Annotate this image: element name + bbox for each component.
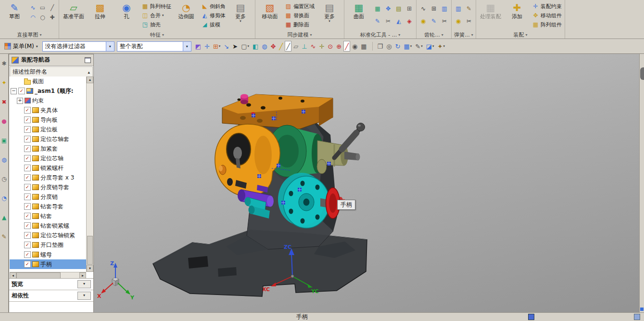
scissors-tool-icon[interactable]: ✂ [383,15,393,27]
expander-icon[interactable]: − [11,88,17,94]
checkbox-icon[interactable]: ✓ [24,107,31,114]
history-icon[interactable]: ◷ [1,173,6,185]
tree-item[interactable]: ✓定位芯轴锁紧 [10,231,86,240]
graphics-window[interactable]: ZC XC YC Z X Y 手柄 [94,54,640,313]
panel-float-button[interactable] [85,57,91,63]
circle-icon[interactable]: ⊙ [326,41,334,51]
checkbox-icon[interactable]: ✓ [24,155,31,162]
marquee-select-icon[interactable]: ▢▾ [240,41,251,51]
refresh-view-icon[interactable]: ↻ [394,41,402,51]
roles-icon[interactable]: ✎ [1,231,6,243]
view-orient-cube-icon[interactable]: ◩ [194,41,202,51]
command-finder-icon[interactable]: ✦▾ [436,41,446,51]
tree-item[interactable]: ✓分度导套 x 3 [10,173,86,182]
tree-item[interactable]: ✓定位芯轴套 [10,134,86,144]
spring-books-icon[interactable]: ▥ [454,3,463,14]
checkbox-icon[interactable]: ✓ [24,251,31,258]
capture-window-icon[interactable]: ❐ [376,41,385,51]
checkbox-icon[interactable]: ✓ [24,136,31,142]
move-face-button[interactable]: ▧移动面 [257,0,282,31]
add-component-button[interactable]: ✚添加 [505,0,530,31]
studio-spline-icon[interactable]: ∿ [309,41,317,51]
tree-item[interactable]: ✓手柄 [10,259,86,269]
ribbon-group-label-assemblies[interactable]: 装配 [478,31,563,39]
profile-curve-icon[interactable]: ∿ [28,3,38,12]
status-corner-icon[interactable] [634,314,640,320]
tree-item[interactable]: ✓钻套导套 [10,202,86,211]
vertical-scroll-thumb[interactable] [87,236,93,265]
tree-item[interactable]: ✓开口垫圈 [10,240,86,250]
shell-button[interactable]: ◳抽壳 [140,20,172,29]
display-cube-icon[interactable]: ◪▾ [425,41,436,51]
tree-item[interactable]: ✓分度销导套 [10,182,86,192]
manager-icon[interactable]: ▲ [2,212,6,223]
edge-blend-button[interactable]: ◔边倒圆 [174,0,199,31]
menu-button[interactable]: 菜单(M) [2,41,40,51]
layers-tool-icon[interactable]: ▤ [394,3,404,14]
checkbox-icon[interactable]: ✓ [24,213,31,219]
status-indicator-icon[interactable] [528,314,534,320]
ribbon-group-label-feature[interactable]: 特征 [61,31,253,39]
shaded-sphere-icon[interactable]: ◍ [260,41,268,51]
analysis-tool-icon[interactable]: ◭ [394,15,404,27]
hd3d-tools-icon[interactable]: ▣ [1,135,7,146]
tree-item[interactable]: ✓螺母 [10,250,86,259]
gear-curve-icon[interactable]: ∿ [418,3,428,14]
line-icon[interactable]: ╱ [343,41,350,51]
checkbox-icon[interactable]: ✓ [24,242,31,248]
checkbox-icon[interactable]: ✓ [24,126,31,133]
edge-highlight-icon[interactable]: ╱ [285,41,291,51]
select-cursor-icon[interactable]: ➤ [231,41,239,51]
move-component-tool-icon[interactable]: ✥ [269,41,278,51]
zoom-window-icon[interactable]: ◎ [385,41,393,51]
tree-horizontal-scrollbar[interactable]: ◂ ▸ [10,272,86,279]
ribbon-group-label-gear[interactable]: 齿轮... [418,31,449,39]
zoom-check-icon[interactable]: ◉ [351,41,359,51]
ribbon-group-label-spring[interactable]: 弹簧... [454,31,474,39]
window-layout-icon[interactable]: ▦▾ [403,41,414,51]
scroll-up-icon[interactable]: ▴ [87,77,93,83]
rectangle-tool-icon[interactable]: ▭ [38,3,47,12]
panel-grab-icon[interactable] [640,67,644,80]
ribbon-group-label-standard-tools[interactable]: 标准化工具 - ... [346,31,414,39]
move-tool-icon[interactable]: ✥ [383,3,393,14]
gear-trim-icon[interactable]: ✂ [440,15,449,27]
shaded-cube-icon[interactable]: ◧ [251,41,260,51]
tree-vertical-scrollbar[interactable]: ▴ ▾ [86,77,93,272]
checkbox-icon[interactable]: ✓ [24,165,31,171]
model-sleeve[interactable] [317,141,360,174]
surface-tool-icon[interactable]: ▦ [373,3,382,14]
tree-item[interactable]: ✓分度销 [10,192,86,202]
pattern-component-button[interactable]: ▦阵列组件 [531,20,563,29]
table-tool-icon[interactable]: ⊞ [404,3,414,14]
crosshair-icon[interactable]: ⊕ [335,41,343,51]
constraint-filter-icon[interactable]: ✦ [1,77,6,89]
hole-button[interactable]: ◉孔 [114,0,139,31]
work-layer-icon[interactable]: ⊞▾ [212,41,222,51]
tree-item[interactable]: ✓锁紧螺杆 [10,163,86,173]
navigator-column-header[interactable]: 描述性部件名 [10,66,93,77]
arc-tool-icon[interactable]: ◠ [28,13,38,22]
section-dependencies[interactable]: 相依性▾ [9,290,93,302]
gear-icon[interactable]: ✱ [1,58,6,69]
sketch-button[interactable]: ✎草图 [2,0,27,31]
tree-item[interactable]: +约束 [10,96,86,105]
move-component-button[interactable]: ✥移动组件 [531,11,563,20]
tree-item[interactable]: ✓定位板 [10,125,86,134]
delete-face-button[interactable]: ▦删除面 [284,20,316,29]
checkbox-icon[interactable]: ✓ [24,261,31,268]
selection-scope-dropdown[interactable]: 整个装配 [117,41,191,51]
checkbox-icon[interactable]: ✓ [18,88,25,94]
pencil-tool-icon[interactable]: ✎ [373,15,382,27]
checkbox-icon[interactable]: ✓ [24,145,31,152]
tree-item[interactable]: ✓定位芯轴 [10,154,86,163]
datum-plane-button[interactable]: ▱基准平面 [61,0,86,31]
snap-point-icon[interactable]: ✛ [203,41,211,51]
scroll-down-icon[interactable]: ▾ [87,265,93,272]
tree-item[interactable]: ✓导向板 [10,115,86,125]
checkbox-icon[interactable]: ✓ [24,232,31,239]
tree-item[interactable]: −✓_asm1 (顺序: [10,86,86,96]
process-assembly-button[interactable]: ▦处理装配 [478,0,503,31]
web-browser-icon[interactable]: ◍ [1,154,6,166]
checkbox-icon[interactable]: ✓ [24,116,31,123]
